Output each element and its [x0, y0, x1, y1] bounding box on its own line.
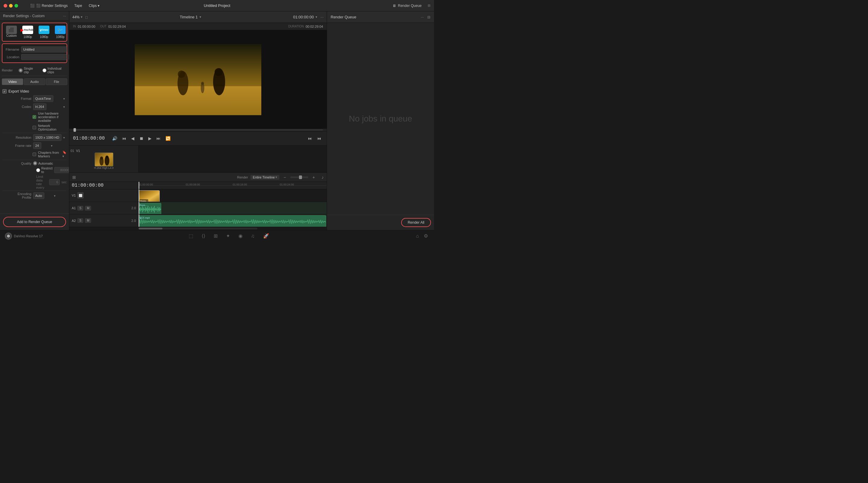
encoding-select[interactable]: Auto [33, 192, 44, 199]
audio-tab[interactable]: Audio [24, 79, 45, 85]
preset-youtube[interactable]: ▶ YouTube 1080p [21, 26, 35, 38]
a1-playhead [138, 202, 139, 214]
settings-tabs: Video Audio File [2, 79, 67, 85]
svg-point-40 [7, 235, 10, 238]
filename-input[interactable] [21, 47, 67, 53]
fusion-icon[interactable]: ✦ [225, 232, 231, 240]
skip-start-button[interactable]: ⏮ [315, 135, 323, 142]
quality-auto-option[interactable]: Automatic [33, 161, 53, 165]
home-icon[interactable]: ⌂ [415, 232, 420, 240]
zoom-out-button[interactable]: − [282, 174, 288, 181]
left-panel-header: Render Settings - Custom ··· [0, 11, 69, 21]
a1-clip[interactable]: Roos... [138, 203, 161, 214]
scrubber-area[interactable] [69, 129, 327, 131]
loop-button[interactable]: 🔁 [164, 135, 173, 142]
export-video-checkbox[interactable]: ✓ [2, 89, 7, 93]
a1-mute-button[interactable]: M [85, 206, 91, 210]
render-queue-minimize-icon[interactable]: ⊟ [427, 15, 430, 19]
render-queue-header-btn[interactable]: 🖥 Render Queue [390, 2, 425, 9]
media-pool-icon[interactable]: ⬚ [187, 232, 194, 240]
bottom-toolbar: DaVinci Resolve 17 ⬚ ⟨⟩ ⊞ ✦ ◉ ♫ 🚀 ⌂ ⚙ [0, 230, 434, 241]
single-clip-option[interactable]: Single clip [19, 67, 38, 74]
current-timecode: 01:00:00:00 [293, 15, 314, 19]
more-options-icon[interactable]: ··· [63, 14, 66, 18]
a1-track: A1 S M 2.0 Roos... [69, 202, 327, 215]
a2-track-content[interactable]: 탈건.mp3 /* waveform via SVG path */ [138, 214, 327, 227]
expand-icon[interactable]: ⊟ [428, 4, 430, 7]
svg-point-7 [201, 82, 204, 85]
quality-auto-label: Automatic [38, 161, 53, 165]
timeline-scrollbar[interactable] [69, 227, 327, 230]
location-input[interactable] [21, 54, 67, 60]
custom-preset-icon: ⬛ [6, 26, 17, 34]
preset-twitter[interactable]: 🐦 1080p [53, 26, 67, 38]
stop-button[interactable]: ⏹ [137, 135, 145, 142]
render-settings-label: ⬛ Render Settings [36, 4, 67, 8]
scrubber-head[interactable] [73, 128, 76, 132]
rewind-button[interactable]: ◀ [129, 135, 136, 142]
frame-rate-select[interactable]: 24 [33, 142, 41, 149]
edit-icon[interactable]: ⊞ [213, 232, 219, 240]
restrict-value-input[interactable] [54, 167, 69, 173]
zoom-slider-handle[interactable] [299, 176, 302, 179]
timecode-dropdown-icon[interactable]: ▾ [315, 15, 317, 19]
close-btn[interactable] [4, 4, 7, 7]
fast-forward-button[interactable]: ⏭ [155, 135, 162, 142]
file-tab[interactable]: File [46, 79, 67, 85]
add-to-queue-button[interactable]: Add to Render Queue [3, 217, 66, 227]
render-settings-menu[interactable]: ⬛ ⬛ Render Settings [27, 2, 70, 9]
render-option-dropdown[interactable]: ▾ [276, 176, 277, 179]
v1-track-content[interactable]: Roos... [138, 189, 327, 202]
zoom-in-button[interactable]: + [311, 174, 317, 181]
deliver-icon[interactable]: 🚀 [262, 232, 270, 240]
video-tab[interactable]: Video [2, 79, 23, 85]
maximize-btn[interactable] [14, 4, 18, 7]
a2-solo-button[interactable]: S [78, 218, 83, 223]
resolution-select[interactable]: 1920 x 1080 HD [33, 134, 61, 141]
zoom-dropdown-icon[interactable]: ▾ [81, 15, 83, 19]
scrubber-bar[interactable] [73, 129, 323, 130]
render-all-button[interactable]: Render All [401, 218, 431, 227]
color-icon[interactable]: ◉ [237, 232, 244, 240]
network-opt-row: Network Optimization [2, 124, 67, 131]
play-button[interactable]: ▶ [147, 135, 153, 142]
clips-menu[interactable]: Clips ▾ [86, 2, 102, 9]
a1-waveform [139, 203, 161, 214]
individual-clips-option[interactable]: Individual clips [42, 67, 67, 74]
chapters-label: Chapters from Markers [38, 151, 59, 158]
network-opt-checkbox[interactable] [33, 126, 36, 129]
zoom-slider[interactable] [290, 176, 308, 178]
a1-solo-button[interactable]: S [78, 206, 83, 210]
render-queue-more-icon[interactable]: ··· [421, 15, 424, 19]
codec-select[interactable]: H.264 [33, 103, 46, 110]
minimize-btn[interactable] [9, 4, 13, 7]
render-option-select[interactable]: Entire Timeline ▾ [250, 175, 279, 180]
format-select[interactable]: QuickTime [33, 95, 53, 102]
timecode-more-icon[interactable]: ··· [320, 15, 324, 19]
a2-mute-button[interactable]: M [85, 218, 91, 223]
timeline-ruler-row: 01:00:00:00 01:00:00:00 01:00:08:00 01:0… [69, 182, 327, 189]
timeline-dropdown-icon[interactable]: ▾ [199, 15, 201, 19]
prev-chapter-button[interactable]: ⏮ [120, 135, 128, 142]
fairlight-icon[interactable]: ♫ [250, 232, 256, 240]
settings-icon[interactable]: ⚙ [423, 232, 429, 240]
restrict-option[interactable]: Restrict to [36, 167, 53, 174]
scroll-thumb[interactable] [138, 228, 162, 230]
restrict-row: Restrict to Kb/s [7, 167, 67, 174]
skip-end-button[interactable]: ⏭ [306, 135, 314, 142]
chapters-checkbox[interactable] [33, 153, 36, 156]
v1-clip-name: Roos... [140, 199, 148, 202]
a1-track-header: A1 S M 2.0 [69, 202, 138, 214]
preset-custom[interactable]: ⬛ Custom [4, 26, 19, 38]
render-queue-header: Render Queue ··· ⊟ [327, 11, 434, 23]
hw-accel-checkbox[interactable]: ✓ [33, 115, 36, 119]
preset-vimeo[interactable]: v imeo 1080p [37, 26, 51, 38]
a2-clip[interactable]: 탈건.mp3 /* waveform via SVG path */ [138, 215, 326, 227]
limit-value-input[interactable] [49, 179, 60, 185]
tape-menu[interactable]: Tape [71, 2, 85, 9]
a1-track-content[interactable]: Roos... [138, 202, 327, 214]
v1-clip-block[interactable]: Roos... [138, 190, 160, 202]
svg-rect-24 [149, 208, 149, 210]
volume-button[interactable]: 🔊 [110, 135, 119, 142]
cut-icon[interactable]: ⟨⟩ [200, 232, 207, 240]
